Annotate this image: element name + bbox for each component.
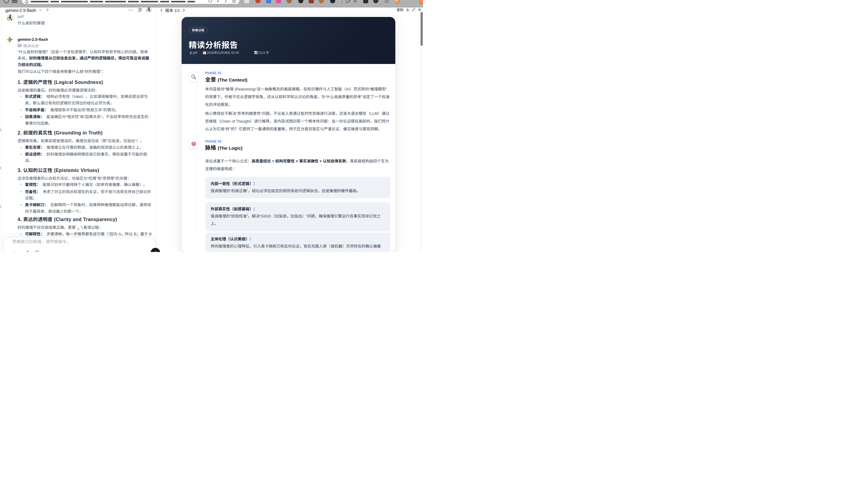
svg-text:i: i (27, 1, 27, 3)
svg-text:17: 17 (204, 52, 206, 54)
